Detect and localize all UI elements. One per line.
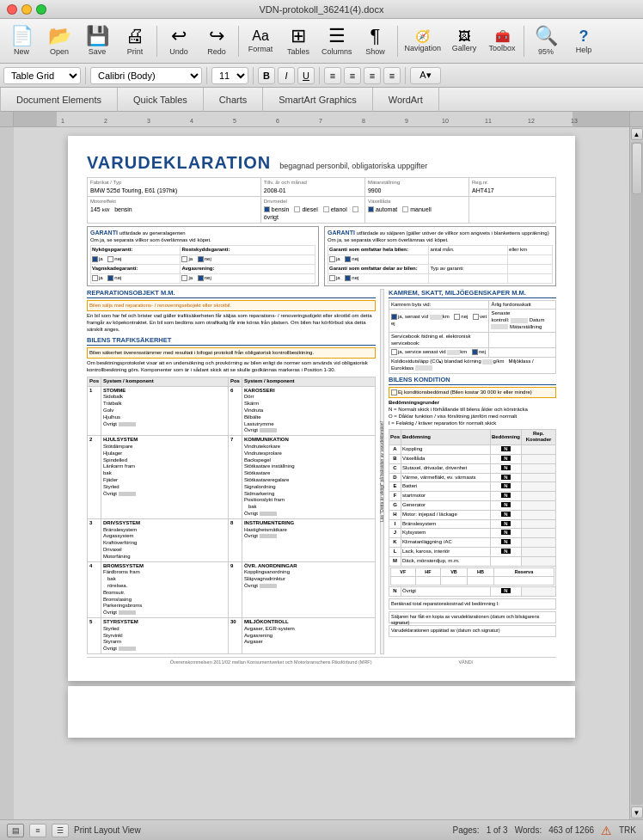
- main-toolbar: 📄 New 📂 Open 💾 Save 🖨 Print ↩ Undo ↪ Red…: [0, 19, 643, 64]
- style-divider-1: [85, 67, 86, 84]
- align-right-button[interactable]: ≡: [364, 67, 381, 84]
- system-table: Pos System / komponent Pos System / komp…: [87, 377, 376, 654]
- tab-smartart-graphics[interactable]: SmartArt Graphics: [263, 88, 372, 112]
- gallery-button[interactable]: 🖼 Gallery: [446, 21, 482, 61]
- svg-text:3: 3: [147, 118, 150, 124]
- color-button[interactable]: A▾: [410, 67, 441, 84]
- style-toolbar: Table Grid Calibri (Body) 11 B I U ≡ ≡ ≡…: [0, 64, 643, 88]
- svg-text:1: 1: [61, 118, 64, 124]
- svg-text:5: 5: [233, 118, 236, 124]
- style-divider-2: [206, 67, 207, 84]
- format-button[interactable]: Aa Format: [242, 21, 279, 61]
- svg-rect-16: [0, 127, 14, 819]
- scroll-track[interactable]: [631, 142, 643, 805]
- warning-icon-area: ⚠: [601, 824, 612, 837]
- style-divider-5: [405, 67, 406, 84]
- minimize-button[interactable]: [21, 4, 32, 15]
- zoom-icon: 🔍: [535, 27, 558, 46]
- toolbox-label: Toolbox: [489, 44, 516, 52]
- svg-text:6: 6: [276, 118, 279, 124]
- ruler-main: 1 2 3 4 5 6 7 8 9 10 11 12 13: [14, 112, 629, 126]
- print-layout-view-button[interactable]: ▤: [7, 824, 24, 837]
- navigation-icon: 🧭: [415, 30, 430, 42]
- sub-toolbar: Document Elements Quick Tables Charts Sm…: [0, 88, 643, 112]
- help-label: Help: [576, 46, 592, 54]
- tables-icon: ⊞: [291, 27, 306, 46]
- vertical-scrollbar[interactable]: ▲ ▼: [629, 127, 643, 819]
- svg-text:11: 11: [485, 118, 492, 124]
- toolbar-divider-3: [397, 26, 398, 57]
- scroll-up-button[interactable]: ▲: [631, 128, 643, 140]
- svg-rect-1: [14, 112, 57, 127]
- underline-button[interactable]: U: [297, 67, 315, 84]
- document-page-1: VARUDEKLARATION begagnad personbil, obli…: [68, 136, 575, 681]
- toolbox-button[interactable]: 🧰 Toolbox: [484, 21, 520, 61]
- doc-subtitle: begagnad personbil, obligatoriska uppgif…: [279, 162, 427, 172]
- ruler-left-margin: [0, 112, 14, 126]
- show-button[interactable]: ¶ Show: [358, 21, 394, 61]
- maximize-button[interactable]: [36, 4, 46, 15]
- columns-button[interactable]: ☰ Columns: [318, 21, 356, 61]
- print-button[interactable]: 🖨 Print: [117, 21, 153, 61]
- size-select[interactable]: 11: [211, 67, 248, 84]
- outline-view-button[interactable]: ≡: [29, 824, 46, 837]
- toolbar-divider-4: [524, 26, 524, 57]
- conditions-col: KAMREM, SKATT, MILJÖEGENSKAPER M.M. Kamr…: [389, 289, 556, 654]
- svg-text:13: 13: [571, 118, 578, 124]
- pages-value: 1 of 3: [487, 825, 508, 835]
- font-select[interactable]: Calibri (Body): [90, 67, 202, 84]
- tab-wordart[interactable]: WordArt: [373, 88, 439, 112]
- align-left-button[interactable]: ≡: [324, 67, 341, 84]
- italic-button[interactable]: I: [278, 67, 295, 84]
- svg-text:4: 4: [190, 118, 193, 124]
- content-area: VARUDEKLARATION begagnad personbil, obli…: [0, 127, 643, 819]
- toolbox-icon: 🧰: [495, 30, 510, 42]
- columns-label: Columns: [322, 47, 352, 56]
- columns-icon: ☰: [328, 27, 346, 46]
- scroll-thumb[interactable]: [632, 143, 642, 194]
- svg-text:7: 7: [319, 118, 322, 124]
- document-canvas[interactable]: VARUDEKLARATION begagnad personbil, obli…: [14, 127, 629, 819]
- show-label: Show: [365, 47, 385, 56]
- open-icon: 📂: [48, 27, 71, 46]
- gallery-label: Gallery: [452, 44, 477, 52]
- print-label: Print: [127, 47, 144, 56]
- new-button[interactable]: 📄 New: [3, 21, 40, 61]
- redo-button[interactable]: ↪ Redo: [199, 21, 235, 61]
- svg-text:12: 12: [528, 118, 535, 124]
- bold-button[interactable]: B: [258, 67, 275, 84]
- main-content: REPARATIONSOBJEKT M.M. Bilen säljs med r…: [87, 289, 556, 654]
- open-button[interactable]: 📂 Open: [41, 21, 77, 61]
- open-label: Open: [50, 47, 69, 56]
- undo-button[interactable]: ↩ Undo: [161, 21, 197, 61]
- style-select[interactable]: Table Grid: [3, 67, 81, 84]
- navigation-button[interactable]: 🧭 Navigation: [401, 21, 445, 61]
- style-divider-3: [253, 67, 254, 84]
- redo-label: Redo: [207, 47, 226, 56]
- save-button[interactable]: 💾 Save: [79, 21, 115, 61]
- tables-button[interactable]: ⊞ Tables: [280, 21, 316, 61]
- status-left: ▤ ≡ ☰ Print Layout View: [7, 824, 141, 837]
- zoom-label: 95%: [538, 47, 554, 56]
- status-bar: ▤ ≡ ☰ Print Layout View Pages: 1 of 3 Wo…: [0, 819, 643, 840]
- help-button[interactable]: ? Help: [566, 21, 602, 61]
- scroll-down-button[interactable]: ▼: [631, 806, 643, 819]
- align-center-button[interactable]: ≡: [344, 67, 361, 84]
- tab-charts[interactable]: Charts: [204, 88, 263, 112]
- tab-document-elements[interactable]: Document Elements: [0, 88, 118, 112]
- title-bar: VDN-protokoll_36241(4).docx: [0, 0, 643, 19]
- words-value: 463 of 1266: [548, 825, 594, 835]
- close-button[interactable]: [7, 4, 17, 15]
- window-controls[interactable]: [7, 4, 46, 15]
- gallery-icon: 🖼: [458, 30, 470, 42]
- new-icon: 📄: [10, 27, 34, 46]
- svg-text:9: 9: [405, 118, 408, 124]
- draft-view-button[interactable]: ☰: [52, 824, 69, 837]
- zoom-button[interactable]: 🔍 95%: [528, 21, 564, 61]
- tab-quick-tables[interactable]: Quick Tables: [118, 88, 204, 112]
- format-label: Format: [248, 45, 273, 53]
- basic-info-table: Fabrikat / TypBMW 525d Touring, E61 (197…: [87, 177, 556, 224]
- justify-button[interactable]: ≡: [383, 67, 401, 84]
- print-icon: 🖨: [126, 27, 144, 46]
- svg-rect-2: [573, 112, 629, 127]
